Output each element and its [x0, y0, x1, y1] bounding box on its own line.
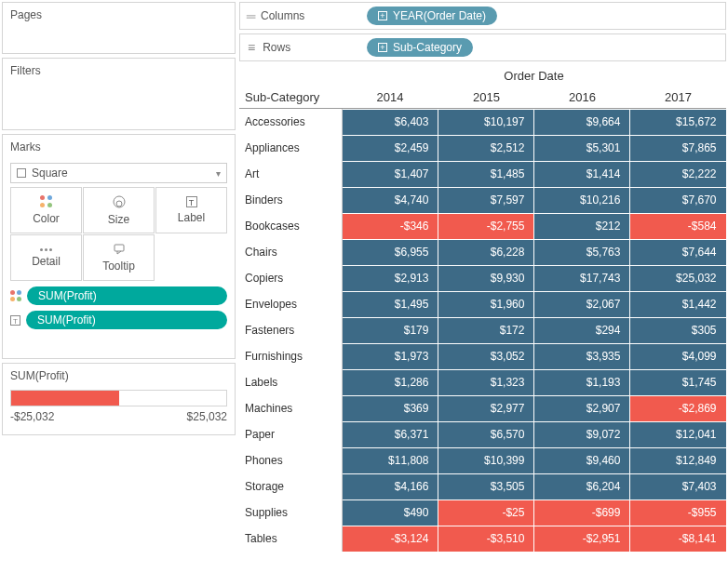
row-label[interactable]: Chairs — [239, 239, 342, 265]
heatmap-cell[interactable]: $3,052 — [438, 344, 533, 369]
heatmap-cell[interactable]: $7,403 — [630, 474, 725, 499]
heatmap-cell[interactable]: $2,907 — [534, 396, 629, 421]
row-label[interactable]: Accessories — [239, 109, 342, 136]
row-label[interactable]: Bookcases — [239, 213, 342, 239]
heatmap-cell[interactable]: $4,099 — [630, 344, 725, 369]
columns-pill[interactable]: + YEAR(Order Date) — [367, 7, 497, 25]
heatmap-cell[interactable]: $2,222 — [630, 162, 725, 187]
heatmap-cell[interactable]: $305 — [630, 318, 725, 343]
heatmap-cell[interactable]: -$8,141 — [630, 526, 725, 552]
heatmap-cell[interactable]: $1,323 — [438, 370, 533, 395]
heatmap-cell[interactable]: $212 — [534, 214, 629, 239]
heatmap-cell[interactable]: -$346 — [343, 214, 438, 239]
heatmap-cell[interactable]: $17,743 — [534, 266, 629, 291]
heatmap-cell[interactable]: $9,930 — [438, 266, 533, 291]
heatmap-cell[interactable]: $11,808 — [343, 448, 438, 473]
year-header[interactable]: 2015 — [438, 87, 534, 109]
year-header[interactable]: 2016 — [534, 87, 630, 109]
rows-pill[interactable]: + Sub-Category — [367, 38, 473, 57]
heatmap-cell[interactable]: $6,403 — [343, 110, 438, 135]
heatmap-cell[interactable]: $2,459 — [343, 136, 438, 161]
columns-shelf[interactable]: Columns + YEAR(Order Date) — [239, 2, 726, 30]
heatmap-cell[interactable]: $490 — [343, 500, 438, 526]
heatmap-cell[interactable]: $6,228 — [438, 240, 533, 265]
row-label[interactable]: Labels — [239, 369, 342, 395]
heatmap-cell[interactable]: $1,495 — [343, 292, 438, 317]
heatmap-cell[interactable]: $10,197 — [438, 110, 533, 135]
heatmap-cell[interactable]: $12,041 — [630, 422, 725, 447]
heatmap-cell[interactable]: -$584 — [630, 214, 725, 239]
row-label[interactable]: Art — [239, 161, 342, 187]
heatmap-cell[interactable]: -$699 — [534, 500, 629, 526]
heatmap-cell[interactable]: $5,301 — [534, 136, 629, 161]
heatmap-cell[interactable]: $3,505 — [438, 474, 533, 499]
heatmap-cell[interactable]: $7,644 — [630, 240, 725, 265]
heatmap-cell[interactable]: -$3,510 — [438, 526, 533, 552]
heatmap-cell[interactable]: $9,664 — [534, 110, 629, 135]
row-label[interactable]: Supplies — [239, 499, 342, 526]
heatmap-cell[interactable]: $369 — [343, 396, 438, 421]
heatmap-cell[interactable]: $1,960 — [438, 292, 533, 317]
heatmap-cell[interactable]: $1,407 — [343, 162, 438, 187]
heatmap-cell[interactable]: $9,460 — [534, 448, 629, 473]
color-legend-card[interactable]: SUM(Profit) -$25,032 $25,032 — [2, 363, 236, 435]
label-pill[interactable]: SUM(Profit) — [26, 311, 227, 329]
tooltip-button[interactable]: Tooltip — [83, 234, 155, 281]
pages-card[interactable]: Pages — [2, 2, 236, 54]
label-button[interactable]: T Label — [155, 187, 227, 233]
heatmap-cell[interactable]: $7,670 — [630, 188, 725, 213]
heatmap-cell[interactable]: $4,166 — [343, 474, 438, 499]
heatmap-cell[interactable]: $2,512 — [438, 136, 533, 161]
heatmap-cell[interactable]: $25,032 — [630, 266, 725, 291]
year-header[interactable]: 2017 — [630, 87, 726, 109]
row-label[interactable]: Storage — [239, 473, 342, 499]
heatmap-cell[interactable]: $6,955 — [343, 240, 438, 265]
heatmap-cell[interactable]: $294 — [534, 318, 629, 343]
heatmap-cell[interactable]: $7,597 — [438, 188, 533, 213]
heatmap-cell[interactable]: $6,371 — [343, 422, 438, 447]
row-label[interactable]: Furnishings — [239, 343, 342, 369]
row-label[interactable]: Binders — [239, 187, 342, 213]
heatmap-cell[interactable]: $172 — [438, 318, 533, 343]
row-label[interactable]: Machines — [239, 395, 342, 421]
year-header[interactable]: 2014 — [342, 87, 438, 109]
heatmap-cell[interactable]: $12,849 — [630, 448, 725, 473]
row-label[interactable]: Copiers — [239, 265, 342, 291]
rows-shelf[interactable]: Rows + Sub-Category — [239, 33, 726, 61]
heatmap-cell[interactable]: $1,442 — [630, 292, 725, 317]
heatmap-cell[interactable]: $6,570 — [438, 422, 533, 447]
heatmap-cell[interactable]: $179 — [343, 318, 438, 343]
heatmap-cell[interactable]: $1,286 — [343, 370, 438, 395]
row-label[interactable]: Envelopes — [239, 291, 342, 317]
heatmap-cell[interactable]: $10,399 — [438, 448, 533, 473]
size-button[interactable]: Size — [83, 187, 155, 233]
heatmap-cell[interactable]: $10,216 — [534, 188, 629, 213]
mark-type-dropdown[interactable]: Square ▾ — [10, 163, 227, 183]
heatmap-cell[interactable]: $2,067 — [534, 292, 629, 317]
heatmap-cell[interactable]: $7,865 — [630, 136, 725, 161]
color-button[interactable]: Color — [10, 187, 82, 233]
heatmap-cell[interactable]: -$2,951 — [534, 526, 629, 552]
heatmap-cell[interactable]: $5,763 — [534, 240, 629, 265]
row-label[interactable]: Phones — [239, 447, 342, 473]
heatmap-cell[interactable]: $15,672 — [630, 110, 725, 135]
row-label[interactable]: Tables — [239, 526, 342, 552]
filters-card[interactable]: Filters — [2, 58, 236, 130]
heatmap-cell[interactable]: $1,193 — [534, 370, 629, 395]
heatmap-cell[interactable]: -$25 — [438, 500, 533, 526]
heatmap-cell[interactable]: $3,935 — [534, 344, 629, 369]
heatmap-cell[interactable]: $1,745 — [630, 370, 725, 395]
heatmap-cell[interactable]: -$955 — [630, 500, 725, 526]
detail-button[interactable]: Detail — [10, 234, 82, 281]
heatmap-cell[interactable]: -$2,755 — [438, 214, 533, 239]
heatmap-cell[interactable]: $2,913 — [343, 266, 438, 291]
heatmap-cell[interactable]: $4,740 — [343, 188, 438, 213]
heatmap-cell[interactable]: $1,973 — [343, 344, 438, 369]
heatmap-cell[interactable]: $1,485 — [438, 162, 533, 187]
heatmap-cell[interactable]: -$2,869 — [630, 396, 725, 421]
row-label[interactable]: Appliances — [239, 135, 342, 161]
heatmap-cell[interactable]: -$3,124 — [343, 526, 438, 552]
heatmap-cell[interactable]: $2,977 — [438, 396, 533, 421]
heatmap-cell[interactable]: $9,072 — [534, 422, 629, 447]
heatmap-cell[interactable]: $6,204 — [534, 474, 629, 499]
